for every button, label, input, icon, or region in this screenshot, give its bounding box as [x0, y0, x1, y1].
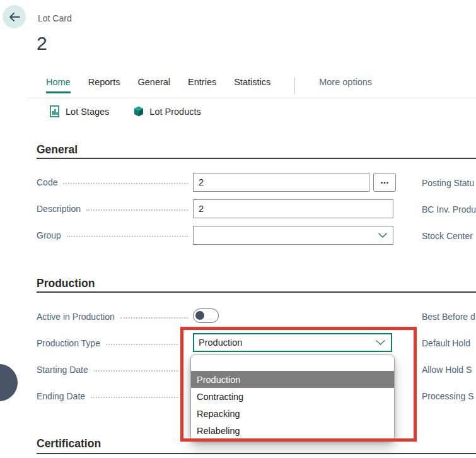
- code-field-label: Code: [37, 177, 188, 187]
- lot-stages-button[interactable]: Lot Stages: [47, 104, 112, 119]
- page-title: 2: [37, 33, 47, 54]
- dotted-leader: [91, 397, 178, 401]
- tabbar-rule: [28, 98, 476, 98]
- dotted-leader: [86, 209, 188, 214]
- production-type-combobox[interactable]: Production: [193, 333, 392, 352]
- tab-bar: Home Reports General Entries Statistics …: [46, 77, 372, 94]
- starting-date-label: Starting Date: [37, 365, 178, 375]
- active-in-production-toggle[interactable]: [193, 308, 219, 323]
- posting-status-label: Posting Statu: [422, 178, 476, 188]
- arrow-left-icon: [8, 12, 21, 22]
- production-type-value: Production: [199, 338, 242, 348]
- production-type-dropdown-list: Production Contracting Repacking Relabel…: [190, 355, 395, 442]
- dotted-leader: [94, 370, 178, 375]
- lot-stages-label: Lot Stages: [66, 107, 109, 117]
- lot-products-button[interactable]: Lot Products: [131, 104, 203, 119]
- dropdown-option-relabeling[interactable]: Relabeling: [191, 422, 394, 439]
- section-general-rule: [37, 158, 476, 159]
- dotted-leader: [67, 236, 188, 240]
- chart-document-icon: [50, 105, 61, 117]
- chevron-down-icon: [378, 233, 387, 238]
- processing-label: Processing S: [422, 391, 476, 401]
- tab-general[interactable]: General: [137, 77, 170, 91]
- lot-products-label: Lot Products: [149, 107, 200, 117]
- cube-icon: [133, 105, 144, 117]
- floating-circle-decoration: [0, 364, 18, 401]
- code-assist-button[interactable]: ...: [373, 173, 396, 192]
- best-before-label: Best Before d: [422, 312, 476, 322]
- more-options-button[interactable]: More options: [319, 77, 372, 91]
- tab-statistics[interactable]: Statistics: [234, 77, 270, 91]
- section-production-rule: [37, 291, 476, 293]
- dotted-leader: [106, 344, 178, 348]
- tabbar-vertical-divider: [294, 77, 295, 94]
- chevron-down-icon: [376, 340, 385, 346]
- dropdown-option-repacking[interactable]: Repacking: [191, 405, 394, 422]
- back-button[interactable]: [3, 5, 26, 28]
- description-field-label: Description: [37, 204, 188, 214]
- code-input[interactable]: [193, 173, 369, 192]
- tab-home[interactable]: Home: [46, 77, 71, 93]
- description-input[interactable]: [193, 199, 393, 218]
- allow-hold-label: Allow Hold S: [422, 365, 476, 375]
- section-general-header[interactable]: General: [37, 143, 78, 156]
- section-certification-rule: [37, 453, 476, 454]
- section-certification-header[interactable]: Certification: [37, 437, 101, 450]
- production-type-label: Production Type: [37, 338, 178, 348]
- dotted-leader: [120, 317, 188, 322]
- action-toolbar: Lot Stages Lot Products: [47, 104, 204, 119]
- group-field-label: Group: [37, 230, 188, 240]
- tab-reports[interactable]: Reports: [88, 77, 120, 91]
- section-production-header[interactable]: Production: [37, 277, 95, 290]
- dropdown-option-blank[interactable]: [191, 356, 394, 371]
- active-in-production-label: Active in Production: [37, 312, 188, 322]
- ending-date-label: Ending Date: [37, 391, 178, 401]
- lot-card-page: Lot Card 2 Home Reports General Entries …: [0, 0, 476, 458]
- dotted-leader: [63, 183, 188, 187]
- dropdown-option-contracting[interactable]: Contracting: [191, 388, 394, 405]
- group-dropdown[interactable]: [193, 226, 393, 245]
- dropdown-option-production[interactable]: Production: [191, 371, 394, 388]
- toggle-knob: [195, 311, 204, 320]
- bc-inv-product-label: BC Inv. Produ: [422, 204, 476, 214]
- tab-entries[interactable]: Entries: [188, 77, 216, 91]
- default-hold-label: Default Hold: [422, 338, 476, 348]
- stock-center-label: Stock Center: [422, 231, 476, 241]
- page-caption: Lot Card: [38, 13, 72, 23]
